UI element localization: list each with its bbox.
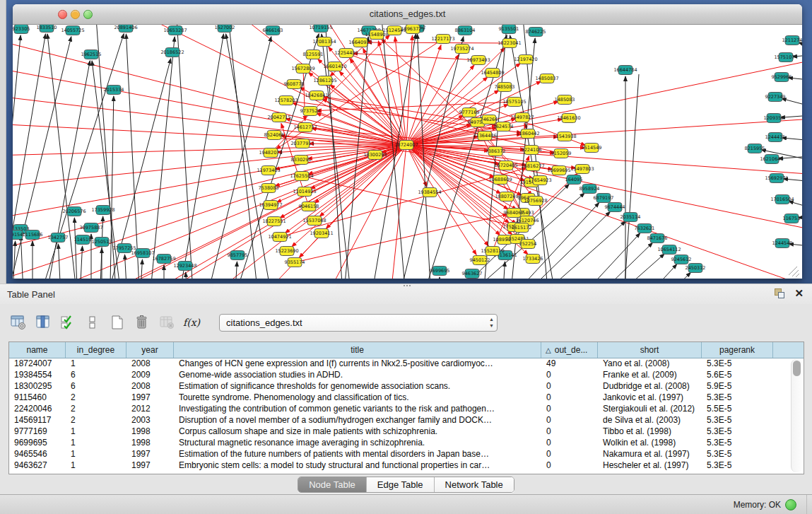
graph-node-label: 1514549 — [582, 145, 602, 151]
function-builder-icon[interactable]: f(x) — [183, 314, 200, 331]
graph-node-label: 6466163 — [263, 28, 283, 33]
close-panel-icon[interactable]: ✕ — [794, 288, 804, 298]
table-cell: 22420046 — [9, 404, 66, 414]
graph-node-label: 8863104 — [455, 28, 476, 33]
graph-node-label: 15497803 — [570, 166, 594, 172]
graph-node-label: 11014925 — [293, 189, 316, 194]
combo-stepper-icon[interactable]: ▲▼ — [489, 316, 494, 329]
graph-node-label: 746266 — [481, 117, 498, 122]
table-body: 1872400712008Changes of HCN gene express… — [9, 358, 789, 474]
table-cell: 0 — [541, 392, 598, 402]
graph-node-label: 10719155 — [309, 25, 332, 30]
vertical-scrollbar[interactable] — [791, 359, 803, 472]
node-table: namein_degreeyeartitle△out_de...shortpag… — [8, 341, 804, 474]
graph-node-label: 9684067 — [504, 210, 524, 216]
table-cell: 2003 — [126, 415, 174, 425]
graph-node-label: 16958107 — [131, 250, 154, 256]
tab-node-table[interactable]: Node Table — [298, 477, 367, 492]
graph-node-label: 9152059 — [551, 151, 572, 156]
table-select[interactable]: citations_edges.txt ▲▼ — [219, 314, 498, 332]
graph-node-label: 19203411 — [310, 230, 333, 236]
graph-node-label: 15497827 — [510, 115, 534, 120]
graph-node-label: 19384554 — [418, 189, 441, 195]
table-cell: 1 — [66, 460, 126, 470]
create-column-icon[interactable] — [109, 314, 126, 331]
table-cell: 9465546 — [9, 449, 66, 459]
table-row[interactable]: 969969511998Structural magnetic resonanc… — [9, 437, 789, 448]
graph-node-label: 18227551 — [262, 218, 286, 224]
memory-indicator-icon[interactable] — [785, 499, 796, 510]
table-cell: 1 — [66, 449, 126, 459]
graph-node-label: 19482073 — [259, 150, 282, 156]
table-cell: Stergiakouli et al. (2012) — [598, 404, 702, 414]
table-cell: 2009 — [126, 370, 174, 380]
graph-node-label: 21364486 — [473, 133, 496, 139]
table-row[interactable]: 1830029562008Estimation of significance … — [9, 380, 789, 392]
table-row[interactable]: 946362711997Embryonic stem cells: a mode… — [9, 460, 789, 471]
table-cell: Corpus callosum shape and size in male p… — [174, 426, 541, 436]
graph-node-label: 10653287 — [163, 28, 187, 33]
column-header-in_degree[interactable]: in_degree — [66, 342, 126, 358]
graph-node-label: 10756928 — [524, 198, 547, 204]
table-cell: 6 — [66, 370, 126, 380]
graph-node-label: 18724007 — [394, 142, 418, 148]
delete-column-icon[interactable] — [134, 314, 151, 331]
split-pane-grip[interactable] — [403, 284, 411, 288]
column-header-year[interactable]: year — [126, 342, 174, 358]
scrollbar-thumb[interactable] — [793, 361, 801, 376]
table-row[interactable]: 2242004622012Investigating the contribut… — [9, 403, 789, 414]
table-cell: 9463627 — [9, 460, 66, 470]
graph-node-label: 9529966 — [772, 74, 792, 80]
table-cell: 5.3E-5 — [702, 415, 773, 425]
table-row[interactable]: 946554611997Estimation of the future num… — [9, 448, 789, 460]
column-header-pagerank[interactable]: pagerank — [702, 342, 773, 358]
graph-node-label: 18963725 — [401, 26, 424, 32]
table-row[interactable]: 977716911998Corpus callosum shape and si… — [9, 426, 789, 437]
table-cell: Estimation of the future numbers of pati… — [174, 449, 541, 459]
table-cell: 1 — [66, 426, 126, 436]
graph-node-label: 114519 — [74, 237, 92, 243]
table-cell: 5.9E-5 — [702, 381, 773, 391]
graph-node-label: 18575105 — [502, 99, 526, 105]
graph-node-label: 15692971 — [765, 175, 788, 181]
toggle-row-selection-icon[interactable] — [84, 314, 101, 331]
graph-node-label: 20206576 — [62, 209, 86, 214]
table-row[interactable]: 1456911722003Disruption of a novel membe… — [9, 414, 789, 426]
graph-node-label: 15223690 — [275, 248, 298, 254]
table-cell: 2 — [66, 415, 126, 425]
table-row[interactable]: 1872400712008Changes of HCN gene express… — [9, 358, 789, 369]
graph-node-label: 20042715 — [267, 115, 290, 120]
graph-node-label: 12923448 — [173, 263, 196, 269]
graph-node-label: 1342757 — [48, 235, 69, 240]
tab-edge-table[interactable]: Edge Table — [367, 477, 435, 492]
graph-node-label: 2450312 — [686, 265, 706, 271]
graph-node-label: 1209358 — [764, 115, 784, 121]
graph-node-label: 17016504 — [770, 197, 794, 202]
table-row[interactable]: 911546021997Tourette syndrome. Phenomeno… — [9, 392, 789, 403]
table-row[interactable]: 1938455462009Genome-wide association stu… — [9, 369, 789, 380]
column-chooser-icon[interactable] — [35, 314, 52, 331]
table-toolbar: f(x) citations_edges.txt ▲▼ — [10, 310, 802, 335]
table-cell: 18300295 — [9, 381, 66, 391]
graph-node-label: 1115686 — [23, 232, 43, 238]
select-all-rows-icon[interactable] — [59, 314, 76, 331]
table-cell: Wolkin et al. (1998) — [598, 438, 702, 448]
graph-node-label: 14850837 — [535, 76, 558, 81]
column-header-title[interactable]: title — [174, 342, 541, 358]
graph-node-label: 9450122 — [470, 257, 490, 263]
sort-ascending-icon: △ — [546, 346, 551, 354]
graph-node-label: 12217173 — [431, 36, 454, 42]
float-panel-icon[interactable] — [775, 288, 784, 298]
column-header-out_de[interactable]: △out_de... — [541, 342, 598, 358]
network-window-titlebar[interactable]: citations_edges.txt — [13, 4, 802, 25]
table-cell: 9777169 — [9, 426, 66, 436]
table-mode-icon[interactable] — [10, 314, 27, 331]
column-header-short[interactable]: short — [598, 342, 702, 358]
column-header-name[interactable]: name — [9, 342, 66, 358]
network-canvas[interactable]: 9233051833510140557252089140610653287152… — [13, 25, 802, 279]
table-header-row: namein_degreeyeartitle△out_de...shortpag… — [9, 342, 804, 358]
graph-node-label: 18461630 — [557, 115, 580, 121]
graph-node-label: 1962515 — [81, 52, 102, 57]
tab-network-table[interactable]: Network Table — [435, 477, 514, 492]
table-cell: 0 — [541, 449, 598, 459]
